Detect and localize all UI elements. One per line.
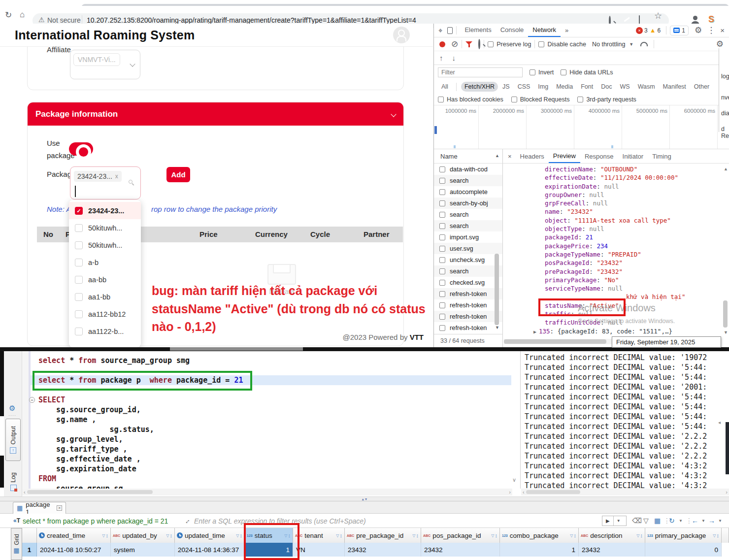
grid-cell-pre_package_id[interactable]: 23432: [345, 543, 421, 557]
filter-type-font[interactable]: Font: [577, 82, 596, 92]
scroll-right-icon[interactable]: ›: [726, 489, 728, 495]
network-conditions-icon[interactable]: [640, 42, 648, 46]
unchecked-checkbox-icon[interactable]: [75, 224, 83, 232]
request-checkbox[interactable]: [439, 302, 445, 308]
panel-tab-headers[interactable]: Headers: [516, 150, 549, 163]
grid-column-header-description[interactable]: ABCdescription▽↕: [579, 528, 645, 543]
filter-sort-icon[interactable]: ▽↕: [102, 532, 108, 538]
preview-scrollbar-thumb[interactable]: [723, 300, 728, 328]
nav-back-icon[interactable]: ←: [692, 517, 698, 525]
checked-checkbox-icon[interactable]: ✓: [75, 207, 83, 215]
network-request-row[interactable]: refresh-token: [434, 311, 502, 322]
network-filter-input[interactable]: [438, 67, 523, 77]
tab-network[interactable]: Network: [528, 24, 561, 37]
row-number-cell[interactable]: 1: [22, 543, 37, 557]
selected-package-tag[interactable]: 23424-23...x: [74, 171, 122, 182]
scroll-down-icon[interactable]: ▼: [495, 325, 499, 330]
name-column-header[interactable]: Name: [440, 153, 458, 160]
settings-gear-icon[interactable]: ⚙: [9, 404, 15, 413]
home-icon[interactable]: ⌂: [20, 10, 25, 20]
reload-icon[interactable]: ↻: [5, 10, 12, 20]
play-icon[interactable]: ▶: [606, 518, 610, 524]
request-checkbox[interactable]: [439, 246, 445, 252]
request-checkbox[interactable]: [439, 291, 445, 297]
invert-checkbox[interactable]: [530, 69, 535, 75]
scroll-left-icon[interactable]: ‹: [24, 489, 26, 495]
grid-cell-created_time[interactable]: 2024-11-08 10:50:27: [37, 543, 111, 557]
sql-code-line[interactable]: sg.tariff_type ,: [38, 444, 511, 454]
scroll-left-icon[interactable]: ◂: [718, 420, 721, 425]
export-har-icon[interactable]: ↓: [452, 54, 456, 62]
dropdown-option[interactable]: 50kituwh...: [69, 219, 141, 236]
url-text[interactable]: 10.207.252.135:8200/roaming-app/rating/t…: [87, 16, 416, 24]
fold-collapse-icon[interactable]: −: [29, 397, 35, 403]
clear-icon[interactable]: ⊘: [451, 39, 458, 49]
grid-view-tab[interactable]: Grid ▦: [11, 528, 22, 560]
filter-type-ws[interactable]: WS: [616, 82, 633, 92]
grid-column-header-updated_by[interactable]: ABCupdated_by▽↕: [111, 528, 175, 543]
request-checkbox[interactable]: [439, 166, 445, 172]
filter-type-img[interactable]: Img: [534, 82, 552, 92]
user-avatar[interactable]: [393, 27, 410, 43]
filter-sort-icon[interactable]: ▽↕: [412, 532, 419, 538]
request-checkbox[interactable]: [439, 212, 445, 218]
sql-code-line[interactable]: select * from source_map_group smg: [38, 356, 511, 365]
dropdown-option[interactable]: aa112-bb12: [69, 305, 141, 323]
inspect-element-icon[interactable]: ⌖: [438, 26, 442, 35]
expand-arrow-icon[interactable]: ▶: [533, 329, 536, 334]
grid-data-row[interactable]: 1 2024-11-08 10:50:27system2024-11-08 14…: [22, 543, 729, 557]
editor-hscrollbar-thumb[interactable]: [27, 490, 153, 494]
grid-cell-combo_package[interactable]: 1: [500, 543, 579, 557]
unchecked-checkbox-icon[interactable]: [75, 276, 83, 284]
request-checkbox[interactable]: [439, 268, 445, 274]
dropdown-option[interactable]: ✓23424-23...: [69, 202, 141, 219]
nav-forward-icon[interactable]: →: [708, 517, 715, 525]
dropdown-option[interactable]: aa-bb: [69, 271, 141, 288]
panel-tab-timing[interactable]: Timing: [648, 150, 676, 163]
add-button[interactable]: Add: [166, 167, 190, 182]
server-log-panel[interactable]: Truncated incorrect DECIMAL value: '1907…: [520, 351, 729, 489]
new-table-icon[interactable]: ▦: [654, 517, 661, 525]
filter-type-manifest[interactable]: Manifest: [660, 82, 690, 92]
request-checkbox[interactable]: [439, 280, 445, 286]
network-request-row[interactable]: autocomplete: [434, 186, 502, 198]
sql-code-line[interactable]: −SELECT: [38, 395, 511, 405]
request-filter-option[interactable]: Has blocked cookies: [438, 96, 503, 103]
filter-sort-icon[interactable]: ▽↕: [336, 532, 342, 538]
devtools-settings-icon[interactable]: ⚙: [695, 25, 702, 35]
executed-query-text[interactable]: select * from package p where package_id…: [23, 517, 168, 525]
results-tab[interactable]: ▦ package 1 ×: [13, 502, 66, 514]
request-filter-option[interactable]: 3rd-party requests: [577, 96, 636, 103]
dropdown-option[interactable]: aa1-bb: [69, 288, 141, 305]
filter-sort-icon[interactable]: ▽↕: [713, 532, 719, 538]
filter-type-wasm[interactable]: Wasm: [634, 82, 659, 92]
filter-type-doc[interactable]: Doc: [597, 82, 615, 92]
network-request-row[interactable]: search: [434, 265, 502, 277]
network-request-row[interactable]: uncheck.svg: [434, 254, 502, 265]
preview-hscrollbar-thumb[interactable]: [504, 339, 606, 344]
disable-cache-checkbox[interactable]: [538, 41, 544, 47]
sql-code-line[interactable]: sg.effective_date ,: [38, 454, 511, 464]
apply-filter-combo[interactable]: ▶ ▼: [602, 516, 627, 526]
unchecked-checkbox-icon[interactable]: [75, 259, 83, 266]
hide-data-urls-checkbox[interactable]: [561, 69, 566, 75]
warning-badge-icon[interactable]: ▲: [650, 27, 656, 34]
sql-code-line[interactable]: FROM: [38, 474, 511, 484]
network-request-row[interactable]: user.svg: [434, 243, 502, 254]
grid-cell-pos_package_id[interactable]: 23432: [421, 543, 500, 557]
filter-type-js[interactable]: JS: [499, 82, 513, 92]
network-request-row[interactable]: data-with-cod: [434, 164, 502, 175]
nav-back-dropdown-icon[interactable]: ▼: [701, 519, 705, 523]
request-checkbox[interactable]: [439, 325, 445, 331]
panel-splitter[interactable]: ▴ ▾: [0, 496, 729, 501]
refresh-dropdown-icon[interactable]: ▼: [679, 519, 683, 523]
request-checkbox[interactable]: [439, 314, 445, 320]
issues-badge[interactable]: 1: [670, 26, 689, 35]
grid-column-header-combo_package[interactable]: 123combo_package▽↕: [500, 528, 579, 543]
expand-filter-icon[interactable]: ↔: [181, 515, 192, 526]
panel-collapse-chevron-icon[interactable]: ∨: [512, 477, 516, 483]
grid-column-header-updated_time[interactable]: updated_time▽↕: [175, 528, 245, 543]
affiliate-select[interactable]: VNMVT-Vi...: [70, 50, 140, 79]
checkbox-icon[interactable]: [438, 97, 444, 102]
sql-code-line[interactable]: sg.expiration_date: [38, 464, 511, 474]
